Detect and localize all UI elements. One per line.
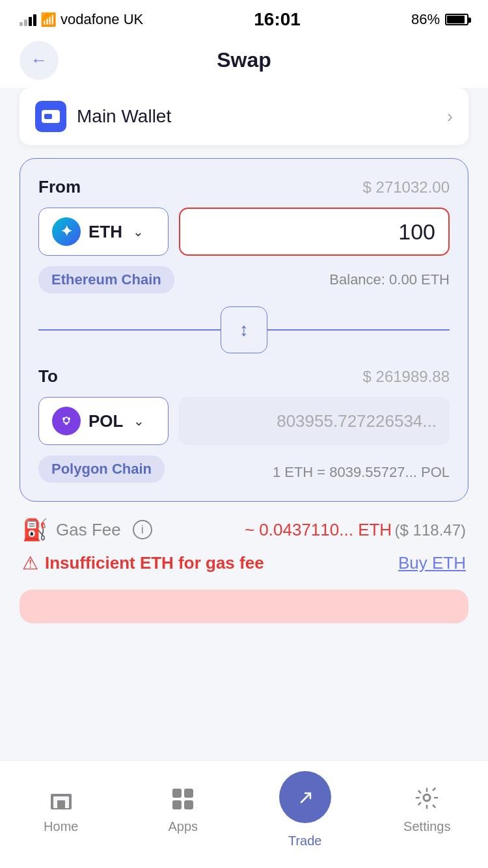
to-header: To $ 261989.88 (38, 366, 450, 387)
swap-card: From $ 271032.00 ✦ ETH ⌄ 100 Ethereum Ch… (20, 158, 468, 502)
pol-icon (52, 407, 81, 435)
nav-item-home[interactable]: Home (22, 786, 100, 834)
home-icon (48, 786, 74, 815)
settings-icon (414, 786, 440, 815)
apps-icon (170, 786, 196, 815)
wallet-icon (35, 101, 66, 132)
gas-info-icon[interactable]: i (133, 520, 152, 539)
gas-eth-amount: ~ 0.0437110... ETH (245, 520, 392, 539)
error-row: ⚠ Insufficient ETH for gas fee Buy ETH (22, 552, 466, 574)
error-left: ⚠ Insufficient ETH for gas fee (22, 552, 264, 574)
svg-point-11 (292, 784, 318, 810)
status-left: 📶 vodafone UK (20, 11, 143, 28)
to-token-chevron-icon: ⌄ (133, 413, 144, 429)
from-usd-value: $ 271032.00 (363, 178, 450, 197)
wallet-left: Main Wallet (35, 101, 171, 132)
exchange-rate: 1 ETH = 8039.55727... POL (273, 464, 450, 481)
back-arrow-icon: ← (31, 50, 47, 70)
to-label: To (38, 366, 58, 387)
svg-point-2 (68, 418, 70, 420)
home-label: Home (44, 819, 78, 834)
swap-line-right (267, 329, 450, 331)
status-time: 16:01 (254, 9, 301, 30)
from-token-row: ✦ ETH ⌄ 100 (38, 208, 450, 256)
gas-label: Gas Fee (56, 520, 121, 540)
gas-fee-section: ⛽ Gas Fee i ~ 0.0437110... ETH ($ 118.47… (20, 517, 468, 574)
eth-icon: ✦ (52, 217, 81, 246)
from-token-name: ETH (88, 222, 122, 242)
svg-point-0 (59, 413, 74, 429)
carrier-text: vodafone UK (61, 11, 143, 28)
nav-item-apps[interactable]: Apps (144, 786, 222, 834)
battery-icon (445, 14, 468, 25)
svg-rect-10 (184, 800, 193, 809)
nav-item-settings[interactable]: Settings (388, 786, 466, 834)
swap-direction-button[interactable]: ↕ (221, 306, 267, 353)
trade-label: Trade (288, 834, 322, 848)
to-section: To $ 261989.88 POL ⌄ 803955.72722 (38, 366, 450, 483)
apps-label: Apps (168, 819, 198, 834)
status-bar: 📶 vodafone UK 16:01 86% (0, 0, 488, 35)
wallet-name: Main Wallet (77, 106, 171, 127)
from-label: From (38, 177, 81, 197)
error-icon: ⚠ (22, 552, 38, 574)
from-balance: Balance: 0.00 ETH (329, 271, 450, 288)
gas-value-group: ~ 0.0437110... ETH ($ 118.47) (245, 520, 466, 540)
signal-bars (20, 13, 36, 26)
error-message: Insufficient ETH for gas fee (45, 553, 264, 573)
gas-fee-row: ⛽ Gas Fee i ~ 0.0437110... ETH ($ 118.47… (22, 517, 466, 542)
trade-button[interactable] (279, 771, 331, 823)
buy-eth-link[interactable]: Buy ETH (398, 553, 466, 573)
from-chain-badge: Ethereum Chain (38, 266, 174, 293)
to-chain-balance-row: Polygon Chain 1 ETH = 8039.55727... POL (38, 455, 450, 483)
status-right: 86% (411, 11, 468, 28)
from-amount-value: 100 (398, 219, 435, 245)
header: ← Swap (0, 35, 488, 88)
swap-divider: ↕ (38, 306, 450, 353)
from-token-selector[interactable]: ✦ ETH ⌄ (38, 208, 169, 256)
to-amount-value: 803955.727226534... (277, 411, 437, 431)
svg-rect-6 (57, 800, 65, 808)
wifi-icon: 📶 (40, 12, 57, 27)
settings-label: Settings (403, 819, 450, 834)
back-button[interactable]: ← (20, 41, 59, 80)
svg-point-1 (62, 418, 65, 420)
wallet-selector[interactable]: Main Wallet › (20, 88, 468, 145)
gas-pump-icon: ⛽ (22, 517, 48, 542)
svg-point-3 (65, 422, 68, 425)
gas-left: ⛽ Gas Fee i (22, 517, 152, 542)
swap-arrows-icon: ↕ (239, 319, 249, 340)
to-token-name: POL (88, 411, 123, 431)
to-token-row: POL ⌄ 803955.727226534... (38, 397, 450, 445)
svg-point-12 (424, 794, 430, 801)
from-amount-input[interactable]: 100 (179, 208, 450, 256)
svg-rect-9 (172, 800, 182, 809)
to-chain-badge: Polygon Chain (38, 455, 165, 483)
bottom-nav: Home Apps Trade Setting (0, 760, 488, 868)
chevron-right-icon: › (447, 106, 453, 127)
from-chain-balance-row: Ethereum Chain Balance: 0.00 ETH (38, 266, 450, 293)
swap-line-left (38, 329, 221, 331)
swap-action-button[interactable] (20, 590, 468, 623)
to-amount-display: 803955.727226534... (179, 397, 450, 445)
from-header: From $ 271032.00 (38, 177, 450, 197)
to-token-selector[interactable]: POL ⌄ (38, 397, 169, 445)
to-usd-value: $ 261989.88 (363, 368, 450, 386)
nav-item-trade[interactable]: Trade (266, 771, 344, 848)
gas-usd-amount: ($ 118.47) (395, 521, 466, 539)
page-title: Swap (217, 48, 271, 72)
svg-rect-8 (184, 789, 193, 798)
battery-percent: 86% (411, 11, 440, 28)
svg-rect-7 (172, 789, 182, 798)
from-token-chevron-icon: ⌄ (133, 224, 144, 239)
wallet-icon-inner (42, 110, 60, 123)
